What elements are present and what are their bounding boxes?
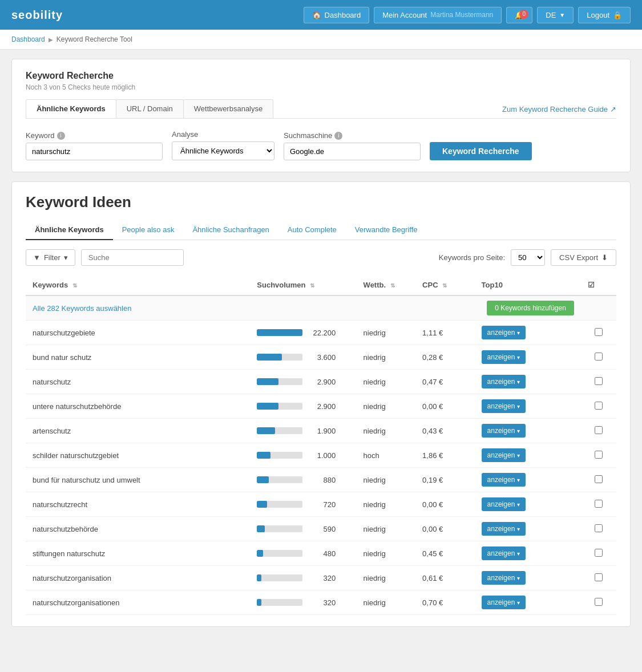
sort-keywords-icon[interactable]: ⇅ — [72, 282, 77, 289]
anzeigen-button[interactable]: anzeigen ▾ — [482, 497, 526, 511]
anzeigen-button[interactable]: anzeigen ▾ — [482, 596, 526, 609]
volume-cell: 2.900 — [250, 370, 356, 394]
check-all-icon[interactable]: ☑ — [588, 281, 595, 289]
ideas-tab-verwandte[interactable]: Verwandte Begriffe — [346, 220, 427, 240]
table-row: naturschutzorganisation320niedrig0,61 €a… — [26, 566, 616, 590]
add-keywords-cell: 0 Keywords hinzufügen — [475, 295, 581, 321]
cpc-cell: 1,86 € — [415, 443, 475, 468]
ideas-tab-aehnliche-suchanfragen[interactable]: Ähnliche Suchanfragen — [183, 220, 278, 240]
ideas-tab-auto-complete[interactable]: Auto Complete — [278, 220, 346, 240]
volume-cell: 320 — [250, 566, 356, 590]
notifications-button[interactable]: 🔔 0 — [506, 7, 532, 23]
cpc-cell: 0,61 € — [415, 566, 475, 590]
row-checkbox[interactable] — [595, 524, 603, 532]
anzeigen-button[interactable]: anzeigen ▾ — [482, 326, 526, 339]
csv-export-button[interactable]: CSV Export ⬇ — [551, 249, 616, 266]
dashboard-button[interactable]: 🏠 Dashboard — [304, 7, 370, 23]
keyword-cell: bund natur schutz — [26, 345, 250, 370]
keyword-cell: naturschutzorganisationen — [26, 590, 250, 615]
add-keywords-button[interactable]: 0 Keywords hinzufügen — [487, 301, 574, 315]
col-header-cpc: CPC ⇅ — [415, 275, 475, 295]
logout-button[interactable]: Logout 🔒 — [578, 7, 631, 23]
ideas-tab-people-also-ask[interactable]: People also ask — [113, 220, 184, 240]
anzeigen-button[interactable]: anzeigen ▾ — [482, 375, 526, 388]
row-checkbox[interactable] — [595, 500, 603, 508]
col-header-wettb: Wettb. ⇅ — [357, 275, 416, 295]
analyse-label: Analyse — [172, 130, 274, 139]
header: seobility 🏠 Dashboard Mein Account Marti… — [0, 0, 642, 30]
checkbox-cell — [581, 394, 616, 419]
checkbox-cell — [581, 492, 616, 517]
filter-chevron-icon: ▾ — [64, 253, 68, 262]
row-checkbox[interactable] — [595, 598, 603, 606]
keyword-cell: schilder naturschutzgebiet — [26, 443, 250, 468]
table-row: stiftungen naturschutz480niedrig0,45 €an… — [26, 541, 616, 566]
table-row: naturschutz2.900niedrig0,47 €anzeigen ▾ — [26, 370, 616, 394]
row-checkbox[interactable] — [595, 328, 603, 336]
account-button[interactable]: Mein Account Martina Mustermann — [374, 7, 502, 23]
cpc-cell: 0,00 € — [415, 394, 475, 419]
sort-wettb-icon[interactable]: ⇅ — [390, 282, 395, 289]
top10-cell: anzeigen ▾ — [475, 370, 581, 394]
anzeigen-button[interactable]: anzeigen ▾ — [482, 350, 526, 364]
guide-link[interactable]: Zum Keyword Recherche Guide ↗ — [502, 100, 616, 118]
header-nav: 🏠 Dashboard Mein Account Martina Musterm… — [304, 7, 631, 23]
row-checkbox[interactable] — [595, 451, 603, 459]
suchmaschine-info-icon: i — [334, 132, 342, 140]
keyword-search-input[interactable] — [81, 249, 184, 266]
anzeigen-button[interactable]: anzeigen ▾ — [482, 448, 526, 462]
language-button[interactable]: DE ▼ — [537, 7, 574, 23]
row-checkbox[interactable] — [595, 475, 603, 483]
volume-cell: 22.200 — [250, 321, 356, 345]
breadcrumb-current: Keyword Recherche Tool — [56, 35, 132, 43]
search-panel: Keyword Recherche Noch 3 von 5 Checks he… — [11, 59, 631, 172]
col-header-suchvolumen: Suchvolumen ⇅ — [250, 275, 356, 295]
ideas-tab-aehnliche[interactable]: Ähnliche Keywords — [26, 220, 113, 240]
row-checkbox[interactable] — [595, 549, 603, 557]
checkbox-cell — [581, 566, 616, 590]
keyword-cell: artenschutz — [26, 419, 250, 443]
cpc-cell: 0,00 € — [415, 492, 475, 517]
anzeigen-button[interactable]: anzeigen ▾ — [482, 571, 526, 585]
main-content: Keyword Recherche Noch 3 von 5 Checks he… — [0, 50, 642, 636]
per-page-select[interactable]: 50 100 200 — [511, 249, 545, 266]
row-checkbox[interactable] — [595, 573, 603, 581]
select-all-button[interactable]: Alle 282 Keywords auswählen — [33, 304, 131, 313]
analyse-select[interactable]: Ähnliche Keywords Suchvolumen Top-Keywor… — [172, 141, 274, 160]
anzeigen-button[interactable]: anzeigen ▾ — [482, 546, 526, 560]
sort-cpc-icon[interactable]: ⇅ — [442, 282, 447, 289]
sort-volume-icon[interactable]: ⇅ — [310, 282, 314, 289]
analyse-group: Analyse Ähnliche Keywords Suchvolumen To… — [172, 130, 274, 160]
tab-wettbewerbsanalyse[interactable]: Wettbewerbsanalyse — [183, 99, 273, 118]
tab-url-domain[interactable]: URL / Domain — [116, 99, 184, 118]
logo: seobility — [11, 9, 63, 22]
tab-aehnliche-keywords[interactable]: Ähnliche Keywords — [26, 99, 116, 118]
row-checkbox[interactable] — [595, 402, 603, 410]
search-panel-subtitle: Noch 3 von 5 Checks heute möglich — [26, 83, 616, 91]
cpc-cell: 0,19 € — [415, 468, 475, 492]
row-checkbox[interactable] — [595, 426, 603, 434]
keyword-cell: naturschutzrecht — [26, 492, 250, 517]
top10-cell: anzeigen ▾ — [475, 443, 581, 468]
volume-cell: 320 — [250, 590, 356, 615]
keywords-table: Keywords ⇅ Suchvolumen ⇅ Wettb. ⇅ CPC ⇅ — [26, 275, 616, 615]
cpc-cell: 0,43 € — [415, 419, 475, 443]
breadcrumb-dashboard-link[interactable]: Dashboard — [11, 35, 45, 43]
suchmaschine-input[interactable] — [284, 143, 421, 160]
volume-cell: 720 — [250, 492, 356, 517]
ideas-tabs: Ähnliche Keywords People also ask Ähnlic… — [26, 220, 616, 240]
table-row: bund natur schutz3.600niedrig0,28 €anzei… — [26, 345, 616, 370]
checkbox-cell — [581, 443, 616, 468]
wettb-cell: niedrig — [357, 517, 416, 541]
cpc-cell: 0,00 € — [415, 517, 475, 541]
row-checkbox[interactable] — [595, 353, 603, 361]
wettb-cell: hoch — [357, 443, 416, 468]
keyword-recherche-button[interactable]: Keyword Recherche — [430, 142, 532, 160]
anzeigen-button[interactable]: anzeigen ▾ — [482, 424, 526, 438]
anzeigen-button[interactable]: anzeigen ▾ — [482, 399, 526, 413]
anzeigen-button[interactable]: anzeigen ▾ — [482, 522, 526, 536]
row-checkbox[interactable] — [595, 377, 603, 385]
keyword-input[interactable] — [26, 143, 163, 160]
filter-button[interactable]: ▼ Filter ▾ — [26, 249, 75, 266]
anzeigen-button[interactable]: anzeigen ▾ — [482, 473, 526, 487]
